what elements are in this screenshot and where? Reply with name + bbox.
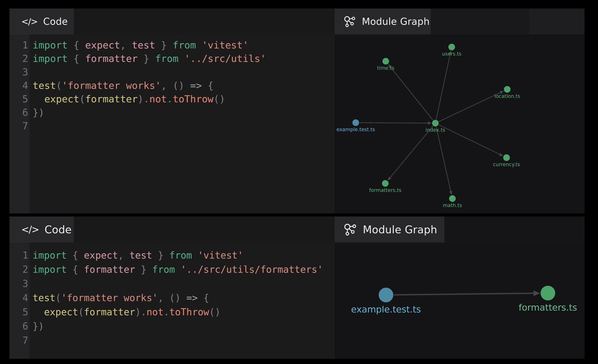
empty-tab-slot	[529, 8, 584, 34]
code-editor[interactable]: 1import { expect, test } from 'vitest'2i…	[9, 34, 334, 214]
graph-node-label: users.ts	[442, 51, 462, 57]
code-line: 1import { expect, test } from 'vitest'	[9, 38, 334, 52]
tab-module-graph-label: Module Graph	[362, 16, 430, 27]
line-number: 6	[9, 107, 30, 118]
code-text: expect(formatter).not.toThrow()	[30, 306, 221, 317]
line-number: 2	[9, 53, 30, 64]
graph-node-label: example.test.ts	[336, 127, 375, 132]
tab-module-graph-label: Module Graph	[363, 223, 437, 236]
graph-edge	[390, 67, 433, 120]
graph-node-label: math.ts	[443, 203, 462, 208]
line-number: 5	[9, 306, 30, 317]
code-line: 6})	[9, 319, 334, 333]
code-text: import { expect, test } from 'vitest'	[30, 40, 249, 51]
code-panel-top: </> Code 1import { expect, test } from '…	[9, 8, 334, 214]
line-number: 4	[9, 292, 30, 303]
code-panel-header: </> Code	[9, 216, 334, 242]
code-icon: </>	[21, 224, 39, 235]
graph-edge-arrowhead	[428, 122, 432, 124]
tab-module-graph[interactable]: Module Graph	[334, 8, 431, 34]
code-line: 6})	[9, 106, 334, 119]
code-text: import { expect, test } from 'vitest'	[30, 250, 243, 261]
code-text: })	[30, 321, 44, 332]
module-graph-canvas[interactable]: users.tstime.tslocation.tsexample.test.t…	[334, 34, 584, 214]
module-graph-panel-bottom: Module Graph example.test.tsformatters.t…	[334, 216, 584, 359]
line-number: 1	[9, 250, 30, 261]
code-line: 4test('formatter works', () => {	[9, 79, 334, 92]
graph-node-label: time.ts	[377, 65, 394, 71]
module-graph-canvas[interactable]: example.test.tsformatters.ts	[334, 242, 584, 359]
tab-module-graph[interactable]: Module Graph	[334, 216, 444, 242]
code-lines: 1import { expect, test } from 'vitest'2i…	[9, 248, 334, 347]
line-number: 1	[9, 40, 30, 51]
graph-panel-header: Module Graph	[334, 216, 584, 242]
graph-edge-arrowhead	[449, 191, 452, 195]
graph-node-time[interactable]	[382, 58, 389, 65]
code-line: 5 expect(formatter).not.toThrow()	[9, 305, 334, 319]
graph-node-index[interactable]	[432, 120, 439, 126]
line-number: 4	[9, 80, 30, 91]
line-number: 5	[9, 93, 30, 105]
code-line: 4test('formatter works', () => {	[9, 291, 334, 305]
tab-code-label: Code	[45, 223, 72, 236]
line-number: 3	[9, 278, 30, 289]
tab-code[interactable]: </> Code	[9, 216, 74, 242]
graph-node-label: formatters.ts	[369, 187, 402, 193]
graph-node-math[interactable]	[449, 195, 456, 202]
graph-node-users[interactable]	[448, 44, 455, 50]
code-text: test('formatter works', () => {	[30, 80, 213, 91]
graph-node-formatters[interactable]	[540, 286, 555, 300]
graph-node-label: example.test.ts	[351, 304, 421, 314]
graph-node-formatters[interactable]	[382, 180, 389, 187]
code-text: })	[30, 107, 44, 118]
line-number: 7	[9, 335, 30, 346]
graph-edge-arrowhead	[533, 290, 540, 296]
code-line: 2import { formatter } from '../src/utils…	[9, 52, 334, 65]
graph-edge	[390, 126, 433, 177]
line-number: 2	[9, 264, 30, 275]
graph-panel-header: Module Graph	[334, 8, 584, 34]
code-text: import { formatter } from '../src/utils/…	[30, 264, 323, 275]
graph-node-currency[interactable]	[503, 154, 510, 161]
graph-edge	[394, 293, 533, 295]
code-line: 7	[9, 119, 334, 132]
module-graph-icon	[343, 15, 356, 28]
graph-node-label: location.ts	[494, 93, 520, 99]
code-text: import { formatter } from '../src/utils'	[30, 53, 266, 64]
code-line: 3	[9, 65, 334, 79]
code-lines: 1import { expect, test } from 'vitest'2i…	[9, 38, 334, 132]
graph-node-label: currency.ts	[493, 162, 520, 167]
graph-edge	[436, 127, 451, 191]
code-line: 7	[9, 333, 334, 347]
code-line: 3	[9, 277, 334, 291]
code-line: 1import { expect, test } from 'vitest'	[9, 248, 334, 262]
graph-node-label: formatters.ts	[519, 302, 577, 313]
graph-edge	[359, 123, 428, 123]
graph-edge	[436, 54, 450, 119]
tab-code[interactable]: </> Code	[9, 8, 74, 34]
graph-edge	[439, 93, 500, 122]
code-text: test('formatter works', () => {	[30, 292, 209, 303]
tab-code-label: Code	[43, 16, 68, 27]
line-number: 6	[9, 321, 30, 332]
module-graph-panel-top: Module Graph users.tstime.tslocation.tse…	[334, 8, 584, 214]
graph-node-example[interactable]	[352, 119, 359, 126]
code-line: 2import { formatter } from '../src/utils…	[9, 262, 334, 277]
module-graph-icon	[343, 223, 357, 236]
graph-edge	[439, 125, 500, 154]
graph-node-location[interactable]	[504, 86, 511, 93]
graph-node-example[interactable]	[379, 288, 393, 302]
code-panel-bottom: </> Code 1import { expect, test } from '…	[9, 216, 334, 359]
line-number: 3	[9, 66, 30, 78]
graph-node-label: index.ts	[425, 127, 445, 133]
code-line: 5 expect(formatter).not.toThrow()	[9, 92, 334, 106]
line-number: 7	[9, 120, 30, 132]
code-text: expect(formatter).not.toThrow()	[30, 93, 225, 105]
code-panel-header: </> Code	[9, 8, 334, 34]
code-icon: </>	[21, 17, 37, 27]
code-editor[interactable]: 1import { expect, test } from 'vitest'2i…	[9, 242, 334, 359]
page: </> Code 1import { expect, test } from '…	[0, 0, 598, 364]
